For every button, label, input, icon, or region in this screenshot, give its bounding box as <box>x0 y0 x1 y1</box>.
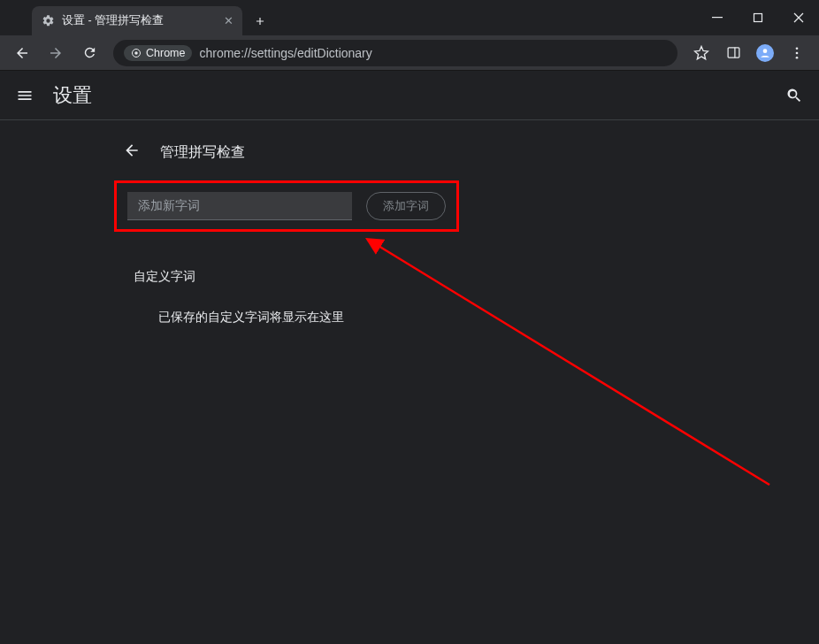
bookmark-star-icon[interactable] <box>686 39 716 67</box>
custom-words-section-title: 自定义字词 <box>114 269 705 285</box>
svg-point-3 <box>134 51 138 55</box>
settings-search-button[interactable] <box>782 83 807 108</box>
settings-header: 设置 <box>0 71 819 120</box>
omnibox[interactable]: Chrome chrome://settings/editDictionary <box>113 40 677 66</box>
back-arrow-button[interactable] <box>123 142 141 163</box>
tab-title: 设置 - 管理拼写检查 <box>62 13 164 28</box>
nav-forward-button[interactable] <box>41 39 71 67</box>
url-chip: Chrome <box>124 45 192 61</box>
add-word-input[interactable] <box>127 192 352 220</box>
add-word-button[interactable]: 添加字词 <box>366 192 446 220</box>
url-text: chrome://settings/editDictionary <box>199 46 371 60</box>
custom-words-empty-message: 已保存的自定义字词将显示在这里 <box>114 310 705 326</box>
nav-back-button[interactable] <box>7 39 37 67</box>
browser-tab[interactable]: 设置 - 管理拼写检查 ✕ <box>32 6 242 35</box>
page-title: 设置 <box>53 82 92 109</box>
nav-reload-button[interactable] <box>74 39 104 67</box>
svg-point-9 <box>796 56 799 58</box>
new-tab-button[interactable] <box>248 9 272 34</box>
svg-rect-1 <box>754 14 762 22</box>
profile-avatar-button[interactable] <box>750 39 780 67</box>
browser-menu-button[interactable] <box>782 39 812 67</box>
svg-point-7 <box>796 47 799 50</box>
avatar-icon <box>756 44 774 62</box>
window-close-button[interactable] <box>778 0 819 35</box>
browser-titlebar: 设置 - 管理拼写检查 ✕ <box>0 0 819 35</box>
address-bar-row: Chrome chrome://settings/editDictionary <box>0 35 819 71</box>
gear-icon <box>41 14 55 28</box>
url-chip-label: Chrome <box>146 47 185 59</box>
svg-rect-0 <box>712 17 723 18</box>
svg-point-6 <box>763 49 768 53</box>
svg-rect-4 <box>728 48 739 58</box>
subpage-header: 管理拼写检查 <box>114 134 705 180</box>
settings-content: 管理拼写检查 添加字词 自定义字词 已保存的自定义字词将显示在这里 <box>0 120 819 326</box>
subpage-title: 管理拼写检查 <box>160 143 245 162</box>
window-minimize-button[interactable] <box>697 0 738 35</box>
add-word-highlight-annotation: 添加字词 <box>114 180 459 232</box>
settings-panel: 管理拼写检查 添加字词 自定义字词 已保存的自定义字词将显示在这里 <box>114 134 705 326</box>
svg-point-8 <box>796 51 799 54</box>
window-controls <box>697 0 819 35</box>
menu-toggle-button[interactable] <box>12 83 37 108</box>
window-maximize-button[interactable] <box>738 0 778 35</box>
chrome-logo-icon <box>131 48 142 58</box>
tab-close-icon[interactable]: ✕ <box>224 14 233 27</box>
side-panel-icon[interactable] <box>718 39 748 67</box>
